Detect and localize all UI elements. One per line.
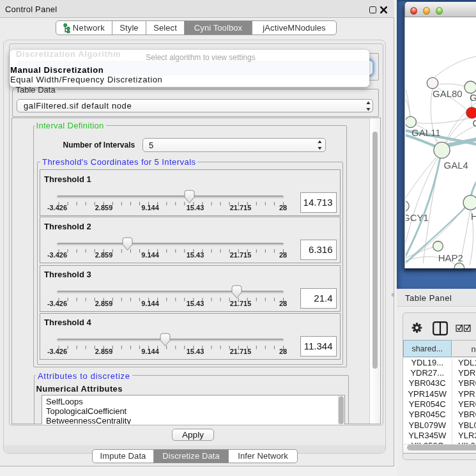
svg-text:GAL4: GAL4 xyxy=(444,160,468,171)
svg-text:GCY1: GCY1 xyxy=(406,212,429,223)
svg-text:GA: GA xyxy=(470,92,476,103)
svg-text:HI: HI xyxy=(471,211,476,222)
svg-text:GAL11: GAL11 xyxy=(411,127,441,138)
svg-text:HAP2: HAP2 xyxy=(438,252,463,263)
svg-text:GAL80: GAL80 xyxy=(433,88,463,99)
svg-text:CD: CD xyxy=(473,118,476,128)
